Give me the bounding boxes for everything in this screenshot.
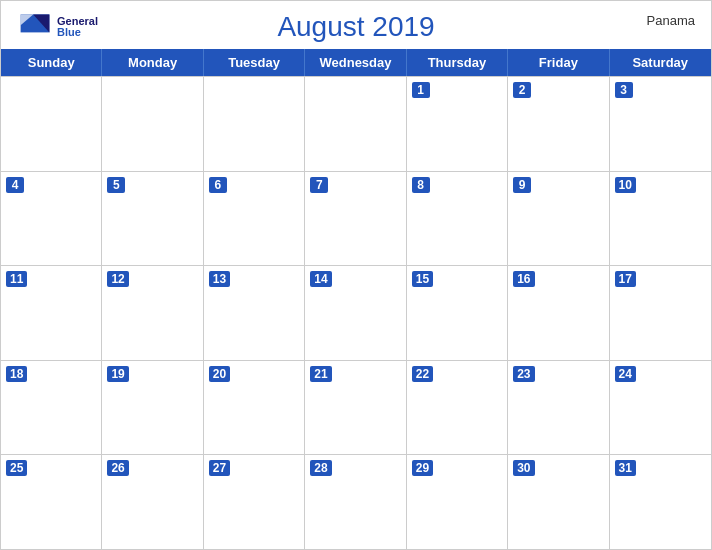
week-row-4: 18192021222324 [1, 360, 711, 455]
day-number: 12 [107, 271, 128, 287]
day-cell: 14 [305, 266, 406, 360]
day-number: 27 [209, 460, 230, 476]
day-cell: 4 [1, 172, 102, 266]
day-cell [204, 77, 305, 171]
day-number: 15 [412, 271, 433, 287]
day-cell: 30 [508, 455, 609, 549]
day-number: 9 [513, 177, 531, 193]
day-number: 19 [107, 366, 128, 382]
day-number: 28 [310, 460, 331, 476]
day-number: 24 [615, 366, 636, 382]
day-number: 6 [209, 177, 227, 193]
day-header-monday: Monday [102, 49, 203, 76]
day-number: 1 [412, 82, 430, 98]
day-cell: 8 [407, 172, 508, 266]
week-row-5: 25262728293031 [1, 454, 711, 549]
day-cell: 26 [102, 455, 203, 549]
day-cell: 25 [1, 455, 102, 549]
day-cell: 13 [204, 266, 305, 360]
day-cell: 29 [407, 455, 508, 549]
day-number: 11 [6, 271, 27, 287]
day-cell: 28 [305, 455, 406, 549]
day-header-tuesday: Tuesday [204, 49, 305, 76]
day-cell: 24 [610, 361, 711, 455]
day-cell: 3 [610, 77, 711, 171]
day-number: 17 [615, 271, 636, 287]
day-cell: 12 [102, 266, 203, 360]
calendar-header: General Blue August 2019 Panama [1, 1, 711, 49]
day-cell: 10 [610, 172, 711, 266]
day-cell: 5 [102, 172, 203, 266]
day-number: 7 [310, 177, 328, 193]
day-number: 29 [412, 460, 433, 476]
day-headers-row: SundayMondayTuesdayWednesdayThursdayFrid… [1, 49, 711, 76]
day-number: 3 [615, 82, 633, 98]
day-header-sunday: Sunday [1, 49, 102, 76]
day-number: 18 [6, 366, 27, 382]
day-cell: 23 [508, 361, 609, 455]
day-cell: 11 [1, 266, 102, 360]
day-cell: 9 [508, 172, 609, 266]
day-cell [305, 77, 406, 171]
day-cell: 22 [407, 361, 508, 455]
day-cell: 18 [1, 361, 102, 455]
day-number: 13 [209, 271, 230, 287]
calendar-grid: SundayMondayTuesdayWednesdayThursdayFrid… [1, 49, 711, 549]
day-cell: 21 [305, 361, 406, 455]
logo-blue-text: Blue [57, 27, 81, 38]
day-number: 22 [412, 366, 433, 382]
day-number: 26 [107, 460, 128, 476]
week-row-2: 45678910 [1, 171, 711, 266]
day-number: 21 [310, 366, 331, 382]
day-number: 14 [310, 271, 331, 287]
day-number: 31 [615, 460, 636, 476]
day-cell: 7 [305, 172, 406, 266]
country-label: Panama [647, 13, 695, 28]
day-cell: 16 [508, 266, 609, 360]
day-number: 30 [513, 460, 534, 476]
day-cell: 27 [204, 455, 305, 549]
day-number: 5 [107, 177, 125, 193]
day-number: 25 [6, 460, 27, 476]
day-header-wednesday: Wednesday [305, 49, 406, 76]
week-row-3: 11121314151617 [1, 265, 711, 360]
day-cell: 6 [204, 172, 305, 266]
day-header-friday: Friday [508, 49, 609, 76]
day-cell: 17 [610, 266, 711, 360]
day-cell [1, 77, 102, 171]
generalblue-logo-icon [17, 9, 53, 45]
day-cell [102, 77, 203, 171]
day-number: 16 [513, 271, 534, 287]
day-cell: 20 [204, 361, 305, 455]
calendar: General Blue August 2019 Panama SundayMo… [0, 0, 712, 550]
day-number: 8 [412, 177, 430, 193]
logo-text: General Blue [57, 16, 98, 38]
day-cell: 31 [610, 455, 711, 549]
day-header-saturday: Saturday [610, 49, 711, 76]
day-number: 23 [513, 366, 534, 382]
day-cell: 1 [407, 77, 508, 171]
week-row-1: 123 [1, 76, 711, 171]
day-cell: 15 [407, 266, 508, 360]
weeks-container: 1234567891011121314151617181920212223242… [1, 76, 711, 549]
day-cell: 2 [508, 77, 609, 171]
day-cell: 19 [102, 361, 203, 455]
day-number: 10 [615, 177, 636, 193]
day-header-thursday: Thursday [407, 49, 508, 76]
day-number: 4 [6, 177, 24, 193]
day-number: 2 [513, 82, 531, 98]
day-number: 20 [209, 366, 230, 382]
logo-area: General Blue [17, 9, 98, 45]
calendar-title: August 2019 [277, 11, 434, 43]
